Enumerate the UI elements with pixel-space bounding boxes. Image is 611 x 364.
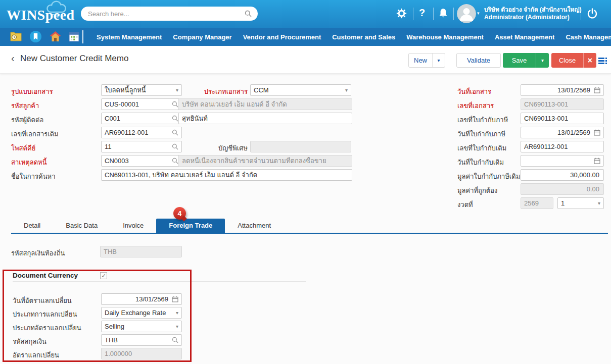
app-logo[interactable]: WINSpeed [7, 7, 75, 23]
tab-attachment[interactable]: Attachment [225, 219, 284, 233]
search-name-field[interactable] [101, 169, 352, 181]
credit-reason-input[interactable] [105, 157, 172, 165]
search-icon[interactable] [172, 101, 178, 108]
chevron-down-icon[interactable]: ▾ [598, 201, 600, 206]
chevron-down-icon[interactable]: ▾ [176, 88, 178, 93]
section-divider [13, 281, 306, 282]
nav-item-cash-management[interactable]: Cash Management [566, 33, 611, 41]
credit-reason-field[interactable] [101, 155, 182, 167]
save-dropdown-arrow[interactable]: ▾ [536, 53, 549, 68]
tax-invoice-date-field[interactable] [521, 127, 604, 138]
tab-detail[interactable]: Detail [11, 219, 53, 233]
help-icon[interactable]: ? [419, 7, 425, 19]
customer-code-input[interactable] [105, 100, 172, 108]
contact-code-field[interactable] [101, 113, 182, 124]
tax-invoice-no-input[interactable] [524, 115, 600, 122]
nav-item-system-management[interactable]: System Management [97, 33, 162, 41]
validate-button[interactable]: Validate [456, 53, 501, 68]
post-key-field[interactable] [101, 141, 182, 152]
tax-invoice-no-field[interactable] [521, 113, 604, 124]
close-x-icon[interactable]: × [583, 53, 596, 68]
label-doc-date: วันที่เอกสาร [457, 86, 491, 97]
user-info[interactable]: บริษัท ตัวอย่าง จำกัด (สำนักงานใหญ่) Adm… [484, 6, 581, 21]
bookmark-icon[interactable] [30, 31, 41, 42]
tab-invoice[interactable]: Invoice [110, 219, 156, 233]
doc-format-select[interactable]: ใบลดหนี้ลูกหนี้ ▾ [101, 84, 182, 96]
user-avatar[interactable] [457, 4, 476, 23]
calendar-icon[interactable] [172, 296, 178, 302]
tab-foreign-trade[interactable]: Foreign Trade [156, 219, 225, 233]
orig-invoice-no-field[interactable] [521, 141, 604, 152]
calendar-icon[interactable] [594, 87, 600, 93]
document-currency-checkbox[interactable]: ✓ [100, 272, 107, 279]
label-customer-code: รหัสลูกค้า [11, 100, 39, 111]
nav-item-customer-sales[interactable]: Customer and Sales [332, 33, 395, 41]
orig-doc-no-input[interactable] [105, 129, 172, 136]
orig-doc-no-field[interactable] [101, 127, 182, 138]
search-name-input[interactable] [105, 171, 349, 179]
special-account-field [250, 141, 351, 152]
user-menu-chevron-icon[interactable]: ▾ [477, 11, 480, 16]
post-key-input[interactable] [105, 143, 172, 150]
close-button[interactable]: Close × [551, 53, 596, 68]
nav-item-vendor-procurement[interactable]: Vendor and Procurement [243, 33, 321, 41]
calendar-icon[interactable] [594, 129, 600, 136]
home-icon[interactable] [50, 31, 61, 42]
doc-type-select[interactable]: CCM ▾ [250, 84, 351, 96]
recent-history-folder-icon[interactable] [10, 31, 22, 41]
new-dropdown-arrow[interactable]: ▾ [432, 54, 445, 67]
tax-invoice-date-input[interactable] [524, 129, 591, 136]
currency-code-input[interactable] [105, 336, 172, 344]
contact-code-input[interactable] [105, 115, 172, 122]
orig-invoice-no-input[interactable] [524, 143, 600, 150]
nav-item-warehouse-management[interactable]: Warehouse Management [406, 33, 484, 41]
chevron-down-icon[interactable]: ▾ [176, 310, 178, 316]
tab-basic-data[interactable]: Basic Data [53, 219, 110, 233]
period-no-value: 1 [561, 199, 598, 207]
nav-item-company-manager[interactable]: Company Manager [173, 33, 231, 41]
local-currency-field [100, 246, 182, 257]
exchange-kind-select[interactable]: Daily Exchange Rate ▾ [101, 307, 182, 319]
calendar-icon[interactable] [594, 158, 600, 164]
currency-code-field[interactable] [101, 334, 182, 346]
logout-power-icon[interactable] [586, 8, 598, 20]
label-exchange-rate: อัตราแลกเปลี่ยน [13, 350, 59, 360]
new-button-label[interactable]: New [409, 54, 432, 67]
orig-invoice-amount-input[interactable] [524, 171, 600, 179]
rate-type-select[interactable]: Selling ▾ [101, 321, 182, 332]
save-button-label[interactable]: Save [503, 53, 536, 68]
search-icon[interactable] [172, 143, 178, 150]
orig-invoice-date-input[interactable] [524, 157, 591, 165]
save-button[interactable]: Save ▾ [503, 53, 549, 68]
close-button-label[interactable]: Close [551, 53, 583, 68]
exchange-date-input[interactable] [105, 295, 169, 303]
doc-date-input[interactable] [524, 86, 591, 94]
contact-name-field[interactable] [178, 113, 352, 124]
settings-gear-icon[interactable] [396, 8, 407, 19]
doc-format-value: ใบลดหนี้ลูกหนี้ [105, 85, 176, 95]
orig-invoice-amount-field[interactable] [521, 169, 604, 181]
customer-code-field[interactable] [101, 98, 182, 110]
back-chevron-icon[interactable]: ‹ [11, 53, 15, 64]
contact-name-input[interactable] [182, 115, 349, 122]
list-menu-icon[interactable] [598, 58, 604, 65]
period-no-select[interactable]: 1 ▾ [557, 197, 604, 209]
period-year-field [521, 197, 553, 209]
doc-date-field[interactable] [521, 84, 604, 96]
exchange-date-field[interactable] [101, 293, 182, 305]
search-icon[interactable] [245, 10, 252, 17]
notifications-bell-icon[interactable] [438, 8, 448, 19]
chevron-down-icon[interactable]: ▾ [345, 88, 348, 93]
new-button[interactable]: New ▾ [408, 53, 445, 68]
nav-item-asset-management[interactable]: Asset Management [495, 33, 554, 41]
calendar-planner-icon[interactable] [69, 31, 79, 42]
search-icon[interactable] [172, 158, 178, 164]
orig-invoice-date-field[interactable] [521, 155, 604, 167]
search-icon[interactable] [172, 129, 178, 136]
search-icon[interactable] [172, 337, 178, 343]
search-input[interactable] [88, 10, 245, 18]
exchange-rate-input [105, 350, 178, 357]
search-icon[interactable] [172, 115, 178, 122]
chevron-down-icon[interactable]: ▾ [176, 324, 178, 329]
label-doc-type: ประเภทเอกสาร [195, 86, 248, 97]
